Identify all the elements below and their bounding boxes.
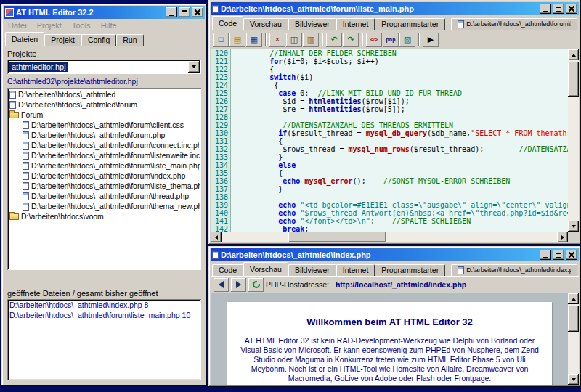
tree-item[interactable]: D:\arbeiten\htdocs\_athtmled\forum\conne… [8, 140, 200, 150]
code-editor[interactable]: 120 //INHALT DER FELDER SCHREIBEN121 for… [211, 49, 568, 232]
code-minimize-button[interactable] [540, 4, 551, 14]
vertical-scroll-thumb[interactable] [568, 62, 579, 97]
vertical-scroll-track[interactable] [568, 304, 579, 374]
paste-icon[interactable]: ▥ [303, 33, 319, 47]
code-window-titlebar[interactable]: D:\arbeiten\htdocs\_athtmled\forum\liste… [211, 2, 579, 15]
tree-item[interactable]: D:\arbeiten\htdocs\_athtmled\forum\liste… [8, 181, 200, 191]
minimize-icon [543, 11, 548, 12]
tree-item[interactable]: D:\arbeiten\htdocs\_athtmled\forum\clien… [8, 120, 200, 130]
chevron-down-icon [192, 65, 196, 68]
horizontal-scroll-thumb[interactable] [288, 232, 386, 242]
php-host-url[interactable]: http://localhost/_athtmled/index.php [336, 280, 466, 289]
tree-item[interactable]: D:\arbeiten\htdocs\_athtmled\forum\thema… [8, 201, 200, 211]
scroll-up-button[interactable] [568, 293, 579, 304]
tab-bildviewer[interactable]: Bildviewer [288, 18, 336, 30]
tree-item[interactable]: D:\arbeiten\htdocs\_athtmled\forum\threa… [8, 191, 200, 201]
scroll-up-button[interactable] [568, 49, 579, 60]
back-button[interactable] [214, 278, 229, 292]
preview-window-titlebar[interactable]: D:\arbeiten\htdocs\_athtmled\index.php [211, 248, 579, 261]
copy-icon[interactable]: ◫ [286, 33, 302, 47]
tree-item[interactable]: D:\arbeiten\htdocs\_athtmled [8, 89, 200, 99]
project-combobox[interactable]: athtmleditor.hpj [7, 60, 201, 74]
code-close-button[interactable] [566, 4, 577, 14]
scroll-left-button[interactable] [211, 232, 222, 242]
editor-vertical-scrollbar[interactable] [568, 49, 579, 232]
new-file-icon[interactable]: □ [213, 33, 229, 47]
open-file-item[interactable]: D:\arbeiten\htdocs\_athtmled\index.php 8 [9, 301, 199, 311]
tree-item[interactable]: D:\arbeiten\htdocs\_athtmled\forum\index… [8, 171, 200, 181]
tab-code[interactable]: Code [212, 16, 243, 30]
save-icon: ▦ [251, 36, 258, 44]
tab-run[interactable]: Run [116, 34, 143, 46]
preview-close-button[interactable] [566, 250, 577, 260]
tab-dateien[interactable]: Dateien [5, 32, 44, 46]
tab-bildviewer[interactable]: Bildviewer [288, 264, 336, 276]
open-folder-icon[interactable]: ▤ [229, 33, 245, 47]
vertical-scroll-track[interactable] [568, 60, 579, 221]
redo-icon[interactable]: ↷ [343, 33, 359, 47]
desktop: AT HTML Editor 32.2 DateiProjektToolsHil… [0, 0, 581, 392]
tree-item[interactable]: D:\arbeiten\htdocs\_athtmled\forum [8, 99, 200, 110]
menu-datei[interactable]: Datei [8, 21, 27, 30]
preview-vertical-scrollbar[interactable] [568, 293, 579, 385]
main-maximize-button[interactable] [179, 7, 190, 17]
tab-vorschau[interactable]: Vorschau [243, 262, 288, 276]
undo-icon[interactable]: ↶ [326, 33, 342, 47]
scroll-right-button[interactable] [557, 232, 568, 242]
open-file-item[interactable]: D:\arbeiten\htdocs\_athtmled\forum\liste… [9, 311, 199, 321]
tree-item[interactable]: D:\arbeiten\htdocs\_athtmled\forum\liste… [8, 160, 200, 171]
main-minimize-button[interactable] [166, 7, 177, 17]
code-line: 137 } [211, 185, 568, 193]
tree-item[interactable]: D:\arbeiten\htdocs\_athtmled\forum\liste… [8, 150, 200, 160]
tree-item[interactable]: Forum [8, 110, 200, 120]
editor-horizontal-scrollbar[interactable] [211, 232, 579, 242]
preview-minimize-button[interactable] [540, 250, 551, 260]
run-icon[interactable]: ▶ [423, 33, 439, 47]
forward-button[interactable] [231, 278, 246, 292]
tab-programmstarter[interactable]: Programmstarter [375, 18, 445, 30]
main-window-titlebar[interactable]: AT HTML Editor 32.2 [4, 6, 205, 19]
code-tab-bar: CodeVorschauBildviewerInternetProgrammst… [211, 15, 579, 30]
tab-projekt[interactable]: Projekt [44, 34, 81, 46]
code-maximize-button[interactable] [553, 4, 564, 14]
tab-config[interactable]: Config [81, 34, 116, 46]
tab-code[interactable]: Code [212, 264, 243, 276]
vertical-scroll-thumb[interactable] [568, 306, 579, 332]
menu-tools[interactable]: Tools [72, 21, 91, 30]
menu-hilfe[interactable]: Hilfe [101, 21, 117, 30]
scroll-down-button[interactable] [568, 374, 579, 385]
table-icon[interactable]: ▧ [399, 33, 415, 47]
maximize-icon [556, 7, 561, 12]
tab-open-file[interactable]: D:\arbeiten\htdocs\_athtmled\index.php 8 [451, 264, 577, 276]
save-icon[interactable]: ▦ [246, 33, 262, 47]
menu-projekt[interactable]: Projekt [37, 21, 62, 30]
tab-internet[interactable]: Internet [336, 18, 375, 30]
main-close-button[interactable] [192, 7, 203, 17]
arrow-left-icon [215, 235, 218, 240]
open-files-list[interactable]: D:\arbeiten\htdocs\_athtmled\index.php 8… [7, 299, 201, 380]
tab-programmstarter[interactable]: Programmstarter [375, 264, 445, 276]
php-code-icon: php [386, 37, 396, 42]
combo-dropdown-button[interactable] [188, 61, 200, 73]
project-tree[interactable]: D:\arbeiten\htdocs\_athtmledD:\arbeiten\… [7, 88, 201, 270]
tab-internet[interactable]: Internet [336, 264, 375, 276]
code-line: 122 { [211, 65, 568, 73]
arrow-up-icon [572, 298, 576, 301]
refresh-button[interactable] [248, 278, 264, 292]
scroll-down-button[interactable] [568, 221, 579, 232]
tab-open-file[interactable]: D:\arbeiten\htdocs\_athtmled\forum\liste… [451, 18, 577, 30]
toolbar-separator [418, 33, 420, 46]
php-code-icon[interactable]: php [383, 33, 399, 47]
preview-maximize-button[interactable] [553, 250, 564, 260]
copy-icon: ◫ [290, 36, 298, 44]
html-tags-icon[interactable]: </> [366, 33, 382, 47]
tree-item[interactable]: D:\arbeiten\htdocs\_athtmled\forum.php [8, 130, 200, 140]
tab-vorschau[interactable]: Vorschau [243, 18, 288, 30]
preview-window: D:\arbeiten\htdocs\_athtmled\index.php C… [208, 246, 581, 387]
cut-icon: × [275, 36, 280, 44]
arrow-up-icon [572, 54, 576, 57]
cut-icon[interactable]: × [269, 33, 285, 47]
tree-item[interactable]: D:\arbeiten\htdocs\voom [8, 211, 200, 221]
horizontal-scroll-track[interactable] [222, 232, 557, 242]
code-window: D:\arbeiten\htdocs\_athtmled\forum\liste… [208, 0, 581, 245]
